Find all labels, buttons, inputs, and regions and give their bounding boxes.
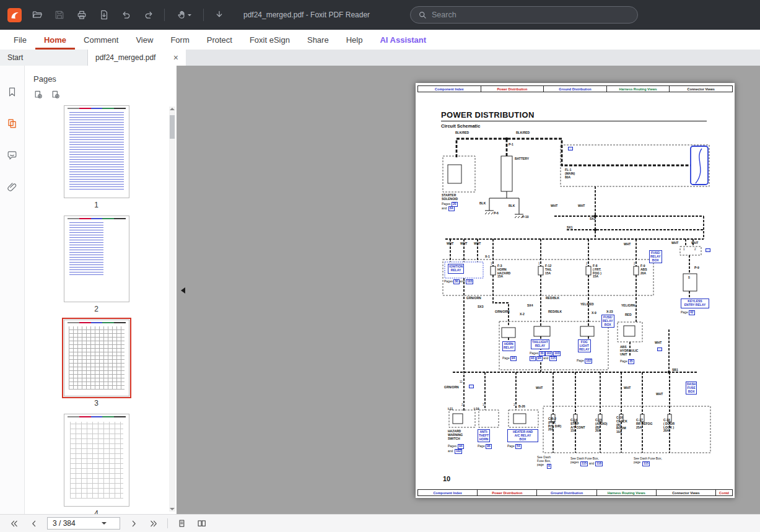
page-link[interactable]: 8	[547, 464, 551, 469]
facing-page-view-icon[interactable]	[195, 517, 207, 530]
print-icon[interactable]	[75, 8, 89, 22]
tab-document[interactable]: pdf24_merged.pdf ×	[88, 50, 186, 66]
page-link[interactable]: 96	[486, 444, 492, 449]
page-thumbnail-1[interactable]	[64, 105, 129, 198]
open-folder-icon[interactable]	[30, 8, 44, 22]
page-link[interactable]: 103	[553, 351, 561, 356]
toolbar-divider	[203, 9, 204, 21]
first-page-button[interactable]	[7, 517, 20, 530]
pages-panel-icon[interactable]	[5, 116, 20, 131]
page-thumbnail-2[interactable]	[64, 216, 129, 302]
menu-protect[interactable]: Protect	[198, 30, 241, 50]
navigation-arrow-icon[interactable]	[212, 8, 226, 22]
export-document-icon[interactable]	[97, 8, 111, 22]
tab-start[interactable]: Start	[0, 50, 88, 66]
redo-icon[interactable]	[142, 8, 155, 22]
component-link-label[interactable]: HORN RELAY	[502, 341, 515, 351]
page-link[interactable]: 118	[595, 461, 603, 466]
start-tab-label: Start	[7, 53, 23, 62]
component-link-label[interactable]: IGNITION RELAY	[448, 264, 464, 274]
page-link[interactable]: 102	[585, 359, 592, 364]
component-link-label[interactable]: KEYLESS ENTRY RELAY	[681, 299, 709, 308]
shrink-thumbnails-icon[interactable]	[32, 89, 45, 101]
page-link[interactable]: 94	[536, 356, 543, 361]
enlarge-thumbnails-icon[interactable]	[50, 89, 62, 101]
page-number-select[interactable]: 3 / 384	[47, 517, 120, 530]
attachments-panel-icon[interactable]	[5, 179, 20, 194]
page-link[interactable]: 30	[453, 279, 460, 284]
page-link[interactable]: 94	[510, 356, 517, 361]
pdf-tab-connector-views[interactable]: Connector Views	[656, 489, 716, 496]
scroll-down-icon[interactable]	[170, 508, 175, 510]
diagram-label: F-8 ( FRT. FOG ) 15A	[593, 264, 601, 279]
page-link[interactable]: 115	[580, 461, 588, 466]
diagram-label: Pages	[444, 280, 453, 284]
foxit-logo-icon[interactable]	[7, 8, 22, 22]
page-link[interactable]: 115	[549, 356, 557, 361]
page-link[interactable]: 94	[458, 444, 464, 449]
menubar: FileHomeCommentViewFormProtectFoxit eSig…	[0, 30, 760, 50]
search-input[interactable]	[432, 11, 630, 19]
page-link[interactable]: 35	[628, 359, 634, 364]
pdf-tab-component-index[interactable]: Component Index	[417, 489, 478, 496]
diagram-label: C/B-2 (P/W, P/S, D/R) 20A	[548, 417, 561, 432]
last-page-button[interactable]	[147, 517, 160, 530]
pdf-tab-contd[interactable]: Contd	[715, 489, 733, 496]
diagram-label: WHT	[536, 386, 543, 390]
hand-tool-icon[interactable]	[173, 8, 194, 22]
page-thumbnail-4[interactable]	[64, 414, 129, 507]
panel-scrollbar[interactable]	[169, 107, 175, 512]
collapse-panel-handle[interactable]	[177, 284, 184, 299]
pdf-tab-harness-routing-views[interactable]: Harness Routing Views	[596, 489, 657, 496]
pages-panel: Pages 1234	[25, 66, 177, 514]
diagram-label: Pages	[442, 203, 450, 206]
prev-page-button[interactable]	[27, 517, 40, 530]
component-link-label[interactable]: FUSE/ RELAY BOX	[601, 315, 614, 328]
page-link[interactable]: 102	[545, 351, 553, 356]
diagram-label: Page	[620, 360, 627, 364]
menu-help[interactable]: Help	[338, 30, 372, 50]
component-link-label[interactable]: FUSE/ RELAY BOX	[649, 250, 662, 263]
page-link[interactable]: 102	[455, 449, 462, 454]
save-icon[interactable]	[53, 8, 66, 22]
page-thumbnail-3[interactable]	[64, 320, 129, 396]
page-link[interactable]: 115	[642, 461, 650, 466]
component-link-label[interactable]: TAILLIGHT RELAY	[531, 339, 549, 349]
page-link[interactable]: 54	[515, 444, 522, 449]
page-link[interactable]: 30	[539, 351, 545, 356]
close-tab-icon[interactable]: ×	[173, 53, 178, 62]
next-page-button[interactable]	[128, 517, 140, 530]
component-link-label[interactable]: ANTI- THEFT HORN	[478, 429, 490, 442]
thumbnail-page-number: 1	[94, 201, 98, 209]
menu-file[interactable]: File	[5, 30, 35, 50]
diagram-label: 2	[586, 262, 588, 265]
menu-home[interactable]: Home	[35, 30, 75, 50]
component-link-label[interactable]: DASH FUSE BOX	[686, 382, 697, 395]
scrollbar-thumb[interactable]	[170, 115, 175, 139]
diagram-label: FL-1 (MAIN) 80A	[565, 168, 575, 179]
scroll-up-icon[interactable]	[170, 108, 175, 110]
menu-foxit-esign[interactable]: Foxit eSign	[241, 30, 299, 50]
diagram-label: 2	[634, 262, 636, 265]
menu-share[interactable]: Share	[299, 30, 338, 50]
search-box[interactable]	[410, 6, 638, 24]
undo-icon[interactable]	[120, 8, 133, 22]
diagram-label: X-9	[592, 312, 596, 315]
bookmarks-panel-icon[interactable]	[5, 84, 20, 99]
page-link[interactable]: 64	[448, 206, 455, 211]
page-link[interactable]: 93	[530, 356, 536, 361]
pdf-tab-power-distribution[interactable]: Power Distribution	[477, 489, 537, 496]
page-link[interactable]: 42	[689, 310, 695, 315]
menu-view[interactable]: View	[127, 30, 162, 50]
component-link-label[interactable]: HEATER AND A/C RELAY BOX	[507, 429, 538, 442]
menu-form[interactable]: Form	[162, 30, 198, 50]
pdf-tab-ground-distribution[interactable]: Ground Distribution	[536, 489, 596, 496]
menu-ai-assistant[interactable]: AI Assistant	[371, 30, 435, 50]
comments-panel-icon[interactable]	[5, 147, 20, 162]
single-page-view-icon[interactable]	[175, 517, 188, 530]
menu-comment[interactable]: Comment	[75, 30, 127, 50]
diagram-label: Page	[478, 445, 485, 448]
diagram-label: B-26	[518, 405, 525, 409]
component-link-label[interactable]: FOG LIGHT RELAY	[578, 339, 591, 352]
page-link[interactable]: 103	[466, 279, 473, 284]
